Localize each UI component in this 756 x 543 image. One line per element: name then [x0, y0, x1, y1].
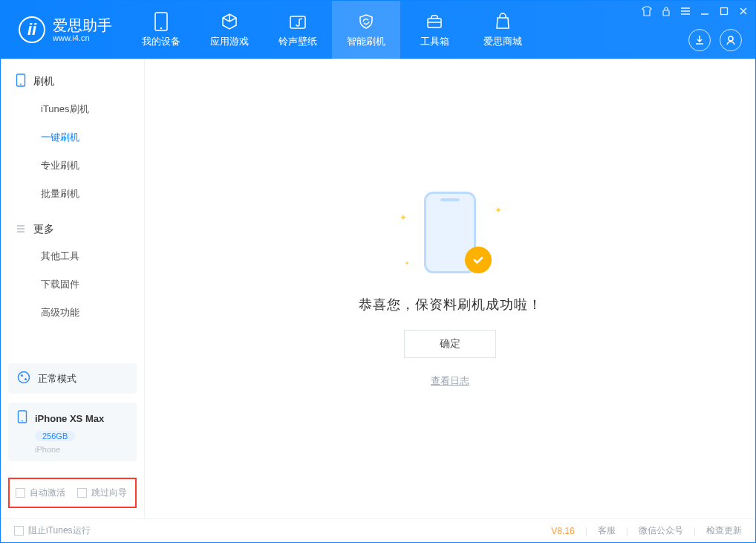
minimize-button[interactable] — [699, 5, 711, 17]
checkbox-icon — [14, 526, 24, 536]
refresh-shield-icon — [356, 12, 376, 31]
svg-rect-5 — [721, 8, 728, 15]
success-message: 恭喜您，保资料刷机成功啦！ — [359, 296, 542, 313]
tab-my-device[interactable]: 我的设备 — [127, 1, 195, 59]
svg-point-1 — [160, 27, 162, 28]
view-log-link[interactable]: 查看日志 — [431, 374, 469, 388]
tab-apps-games[interactable]: 应用游戏 — [195, 1, 264, 59]
cube-icon — [220, 12, 239, 31]
sparkle-icon: • — [405, 259, 408, 269]
body: 刷机 iTunes刷机 一键刷机 专业刷机 批量刷机 更多 其他工具 下载固件 … — [1, 59, 755, 518]
tshirt-icon[interactable] — [641, 5, 653, 17]
checkbox-skip-guide[interactable]: 跳过向导 — [77, 487, 127, 499]
device-type: iPhone — [35, 445, 128, 454]
tab-ringtones-wallpapers[interactable]: 铃声壁纸 — [264, 1, 332, 59]
titlebar-controls — [641, 5, 749, 17]
svg-point-6 — [729, 36, 733, 41]
sidebar-more-section: 更多 其他工具 下载固件 高级功能 — [1, 208, 144, 327]
svg-point-11 — [25, 378, 27, 380]
device-icon — [17, 410, 27, 426]
statusbar: 阻止iTunes运行 V8.16 | 客服 | 微信公众号 | 检查更新 — [1, 518, 755, 542]
version-label: V8.16 — [551, 526, 574, 536]
sidebar-item-batch-flash[interactable]: 批量刷机 — [1, 180, 144, 208]
svg-point-13 — [22, 420, 23, 422]
maximize-button[interactable] — [718, 5, 730, 17]
checkbox-icon — [77, 488, 87, 498]
svg-rect-4 — [663, 10, 669, 16]
tab-toolbox[interactable]: 工具箱 — [400, 1, 469, 59]
lock-icon[interactable] — [660, 5, 672, 17]
checkbox-auto-activate[interactable]: 自动激活 — [16, 487, 65, 499]
download-button[interactable] — [688, 29, 711, 51]
account-button[interactable] — [720, 29, 742, 51]
sidebar-item-itunes-flash[interactable]: iTunes刷机 — [1, 95, 144, 123]
main-tabs: 我的设备 应用游戏 铃声壁纸 智能刷机 — [127, 1, 537, 59]
wechat-link[interactable]: 微信公众号 — [639, 524, 683, 537]
logo-icon: ii — [19, 16, 45, 43]
svg-point-8 — [20, 84, 22, 85]
toolbox-icon — [425, 12, 444, 31]
sparkle-icon: ✦ — [495, 205, 502, 215]
success-illustration: ✦ ✦ • — [405, 190, 495, 279]
check-update-link[interactable]: 检查更新 — [706, 524, 742, 537]
phone-icon — [16, 74, 26, 89]
sidebar-flash-header: 刷机 — [1, 69, 144, 95]
svg-rect-3 — [428, 19, 441, 27]
sidebar-item-onekey-flash[interactable]: 一键刷机 — [1, 123, 144, 152]
options-row: 自动激活 跳过向导 — [8, 478, 137, 508]
mode-icon — [17, 371, 30, 386]
tab-smart-flash[interactable]: 智能刷机 — [332, 1, 400, 59]
app-subtitle: www.i4.cn — [53, 33, 112, 42]
sidebar-item-advanced[interactable]: 高级功能 — [1, 299, 144, 327]
sidebar-item-other-tools[interactable]: 其他工具 — [1, 242, 144, 270]
device-icon — [151, 12, 171, 31]
sidebar-item-download-firmware[interactable]: 下载固件 — [1, 270, 144, 299]
mode-label: 正常模式 — [38, 372, 76, 386]
header: ii 爱思助手 www.i4.cn 我的设备 应用游戏 — [1, 1, 755, 59]
header-actions — [688, 29, 742, 51]
device-card[interactable]: iPhone XS Max 256GB iPhone — [8, 403, 137, 461]
app-title: 爱思助手 — [53, 17, 112, 33]
svg-point-10 — [21, 374, 23, 377]
device-name: iPhone XS Max — [35, 413, 104, 424]
check-badge-icon — [465, 247, 492, 273]
logo[interactable]: ii 爱思助手 www.i4.cn — [1, 16, 127, 43]
app-window: ii 爱思助手 www.i4.cn 我的设备 应用游戏 — [0, 0, 756, 543]
checkbox-block-itunes[interactable]: 阻止iTunes运行 — [14, 524, 91, 537]
confirm-button[interactable]: 确定 — [404, 330, 496, 358]
mode-card[interactable]: 正常模式 — [8, 363, 137, 394]
svg-point-9 — [19, 372, 30, 383]
checkbox-icon — [16, 488, 25, 498]
sidebar-item-pro-flash[interactable]: 专业刷机 — [1, 152, 144, 180]
menu-icon[interactable] — [680, 5, 691, 17]
tab-store[interactable]: 爱思商城 — [469, 1, 537, 59]
bag-icon — [493, 12, 512, 31]
support-link[interactable]: 客服 — [598, 524, 616, 537]
device-capacity-badge: 256GB — [35, 431, 75, 441]
close-button[interactable] — [737, 5, 749, 17]
main-content: ✦ ✦ • 恭喜您，保资料刷机成功啦！ 确定 查看日志 — [145, 59, 755, 518]
list-icon — [16, 224, 26, 236]
sparkle-icon: ✦ — [400, 212, 407, 223]
sidebar-flash-section: 刷机 iTunes刷机 一键刷机 专业刷机 批量刷机 — [1, 59, 144, 208]
music-folder-icon — [288, 12, 307, 31]
sidebar-more-header: 更多 — [1, 218, 144, 242]
sidebar: 刷机 iTunes刷机 一键刷机 专业刷机 批量刷机 更多 其他工具 下载固件 … — [1, 59, 145, 518]
